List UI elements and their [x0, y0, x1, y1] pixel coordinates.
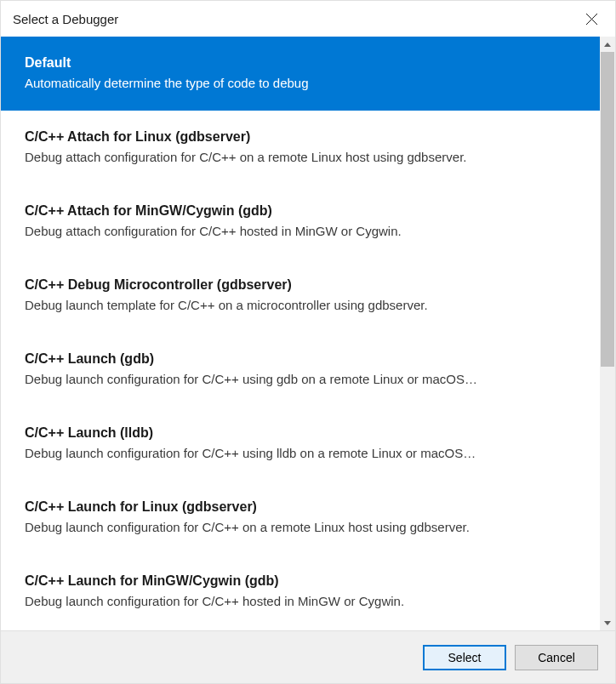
debugger-item-title: C/C++ Attach for MinGW/Cygwin (gdb)	[25, 203, 576, 219]
debugger-list-item[interactable]: C/C++ Attach for MinGW/Cygwin (gdb)Debug…	[1, 185, 600, 259]
debugger-item-desc: Automatically determine the type of code…	[25, 74, 576, 92]
scrollbar[interactable]	[600, 37, 615, 630]
debugger-list-item[interactable]: C/C++ Launch for Linux (gdbserver)Debug …	[1, 481, 600, 555]
debugger-item-desc: Debug attach configuration for C/C++ on …	[25, 148, 576, 166]
dialog-window: Select a Debugger DefaultAutomatically d…	[0, 0, 616, 684]
debugger-list-item[interactable]: C/C++ Launch for MinGW/Cygwin (gdb)Debug…	[1, 555, 600, 629]
debugger-item-desc: Debug launch configuration for C/C++ hos…	[25, 592, 576, 610]
cancel-button[interactable]: Cancel	[515, 645, 598, 670]
debugger-item-desc: Debug launch configuration for C/C++ usi…	[25, 370, 576, 388]
debugger-list-item[interactable]: C/C++ Debug Microcontroller (gdbserver)D…	[1, 259, 600, 333]
chevron-down-icon	[604, 621, 611, 625]
debugger-list-item[interactable]: C/C++ Launch (lldb)Debug launch configur…	[1, 407, 600, 481]
scrollbar-up-arrow[interactable]	[600, 37, 615, 52]
debugger-item-desc: Debug launch configuration for C/C++ on …	[25, 518, 576, 536]
debugger-item-desc: Debug launch template for C/C++ on a mic…	[25, 296, 576, 314]
debugger-list-item[interactable]: C/C++ Launch (gdb)Debug launch configura…	[1, 333, 600, 407]
debugger-item-desc: Debug launch configuration for C/C++ usi…	[25, 444, 576, 462]
close-icon	[586, 14, 597, 25]
close-button[interactable]	[578, 5, 605, 32]
select-button[interactable]: Select	[423, 645, 506, 670]
debugger-list: DefaultAutomatically determine the type …	[1, 37, 600, 630]
debugger-item-title: Default	[25, 55, 576, 71]
scrollbar-down-arrow[interactable]	[600, 615, 615, 630]
titlebar: Select a Debugger	[1, 1, 615, 37]
scrollbar-thumb[interactable]	[601, 52, 614, 367]
debugger-item-title: C/C++ Debug Microcontroller (gdbserver)	[25, 277, 576, 293]
debugger-item-desc: Debug attach configuration for C/C++ hos…	[25, 222, 576, 240]
chevron-up-icon	[604, 43, 611, 47]
debugger-item-title: C/C++ Launch (lldb)	[25, 425, 576, 441]
debugger-list-item[interactable]: C/C++ Attach for Linux (gdbserver)Debug …	[1, 111, 600, 185]
debugger-list-item[interactable]: DefaultAutomatically determine the type …	[1, 37, 600, 111]
debugger-item-title: C/C++ Launch (gdb)	[25, 351, 576, 367]
dialog-footer: Select Cancel	[1, 630, 615, 683]
dialog-title: Select a Debugger	[13, 12, 118, 26]
debugger-item-title: C/C++ Launch for MinGW/Cygwin (gdb)	[25, 573, 576, 589]
content-area: DefaultAutomatically determine the type …	[1, 37, 615, 630]
debugger-item-title: C/C++ Launch for Linux (gdbserver)	[25, 499, 576, 515]
debugger-item-title: C/C++ Attach for Linux (gdbserver)	[25, 129, 576, 145]
